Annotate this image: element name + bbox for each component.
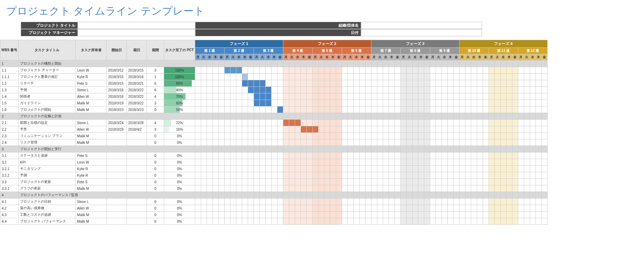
duration-cell[interactable]: 0	[147, 166, 164, 172]
task-cell[interactable]: ステータスと追跡	[19, 152, 76, 159]
owner-cell[interactable]: Allen W	[76, 126, 107, 133]
task-cell[interactable]: リスク管理	[19, 139, 76, 146]
wbs-cell[interactable]: 3.1	[0, 152, 19, 159]
duration-cell[interactable]: 0	[147, 179, 164, 185]
pct-cell[interactable]: 0%	[164, 139, 195, 146]
end-cell[interactable]: 2018/3/22	[127, 87, 147, 93]
duration-cell[interactable]: 0	[147, 107, 164, 113]
pct-cell[interactable]: 0%	[164, 152, 195, 159]
pct-cell[interactable]: 0%	[164, 166, 195, 172]
wbs-cell[interactable]: 2.2	[0, 126, 19, 133]
start-cell[interactable]: 2018/3/23	[107, 107, 127, 113]
wbs-cell[interactable]: 2.1	[0, 120, 19, 126]
start-cell[interactable]: 2018/3/29	[107, 126, 127, 133]
pct-cell[interactable]: 60%	[164, 100, 195, 107]
pct-cell[interactable]: 90%	[164, 80, 195, 87]
task-cell[interactable]: プロジェクト チャーター	[19, 67, 76, 74]
end-cell[interactable]: 2018/4/2	[127, 126, 147, 133]
owner-cell[interactable]: Malik M	[76, 218, 107, 225]
start-cell[interactable]	[107, 212, 127, 218]
end-cell[interactable]: 2018/3/22	[127, 93, 147, 100]
duration-cell[interactable]: 0	[147, 205, 164, 212]
start-cell[interactable]	[107, 139, 127, 146]
owner-cell[interactable]: Allen W	[76, 93, 107, 100]
end-cell[interactable]	[127, 198, 147, 205]
start-cell[interactable]	[107, 133, 127, 139]
start-cell[interactable]	[107, 172, 127, 179]
start-cell[interactable]	[107, 179, 127, 185]
task-cell[interactable]: コミュニケーション プラン	[19, 133, 76, 139]
org-value[interactable]	[361, 22, 482, 29]
pct-cell[interactable]: 0%	[164, 133, 195, 139]
start-cell[interactable]	[107, 205, 127, 212]
wbs-cell[interactable]: 4	[0, 192, 19, 198]
owner-cell[interactable]: Allen W	[76, 205, 107, 212]
pct-cell[interactable]: 50%	[164, 107, 195, 113]
wbs-cell[interactable]: 1.6	[0, 107, 19, 113]
owner-cell[interactable]: Malik M	[76, 139, 107, 146]
owner-cell[interactable]: Leon W	[76, 159, 107, 166]
pct-cell[interactable]: 0%	[164, 198, 195, 205]
task-cell[interactable]: 予測	[19, 87, 76, 93]
end-cell[interactable]	[127, 185, 147, 192]
wbs-cell[interactable]: 4.4	[0, 218, 19, 225]
pct-cell[interactable]: 0%	[164, 172, 195, 179]
end-cell[interactable]: 2018/3/23	[127, 107, 147, 113]
task-cell[interactable]: プロジェクトの更新	[19, 179, 76, 185]
pct-cell[interactable]: 22%	[164, 120, 195, 126]
end-cell[interactable]	[127, 139, 147, 146]
duration-cell[interactable]: 1	[147, 74, 164, 80]
wbs-cell[interactable]: 1.1.1	[0, 74, 19, 80]
wbs-cell[interactable]: 3.2.1	[0, 166, 19, 172]
duration-cell[interactable]: 4	[147, 120, 164, 126]
task-cell[interactable]: グラフの更新	[19, 185, 76, 192]
duration-cell[interactable]: 3	[147, 100, 164, 107]
start-cell[interactable]	[107, 185, 127, 192]
end-cell[interactable]: 2018/3/16	[127, 74, 147, 80]
task-cell[interactable]: 質の高い成果物	[19, 205, 76, 212]
owner-cell[interactable]: Malik M	[76, 100, 107, 107]
start-cell[interactable]	[107, 218, 127, 225]
pct-cell[interactable]: 0%	[164, 218, 195, 225]
task-cell[interactable]: プロジェクト憲章の改訂	[19, 74, 76, 80]
start-cell[interactable]: 2018/3/24	[107, 120, 127, 126]
wbs-cell[interactable]: 1	[0, 61, 19, 67]
end-cell[interactable]: 2018/3/21	[127, 80, 147, 87]
start-cell[interactable]: 2018/3/15	[107, 74, 127, 80]
section-title[interactable]: プロジェクトの開始と実行	[19, 146, 195, 152]
end-cell[interactable]: 2018/3/15	[127, 67, 147, 74]
wbs-cell[interactable]: 1.5	[0, 100, 19, 107]
end-cell[interactable]: 2018/3/28	[127, 120, 147, 126]
duration-cell[interactable]: 6	[147, 87, 164, 93]
section-title[interactable]: プロジェクトの構想と開始	[19, 61, 195, 67]
owner-cell[interactable]: Malik M	[76, 185, 107, 192]
task-cell[interactable]: KPI	[19, 159, 76, 166]
wbs-cell[interactable]: 1.3	[0, 87, 19, 93]
duration-cell[interactable]: 3	[147, 126, 164, 133]
end-cell[interactable]: 2018/3/22	[127, 100, 147, 107]
duration-cell[interactable]: 0	[147, 133, 164, 139]
end-cell[interactable]	[127, 133, 147, 139]
wbs-cell[interactable]: 4.3	[0, 212, 19, 218]
start-cell[interactable]: 2018/3/16	[107, 87, 127, 93]
wbs-cell[interactable]: 2.4	[0, 139, 19, 146]
task-cell[interactable]: 関係者	[19, 93, 76, 100]
owner-cell[interactable]: Steve L	[76, 198, 107, 205]
task-cell[interactable]: 工数とコストの追跡	[19, 212, 76, 218]
wbs-cell[interactable]: 3.3	[0, 179, 19, 185]
owner-cell[interactable]: Kylie R	[76, 166, 107, 172]
start-cell[interactable]	[107, 159, 127, 166]
end-cell[interactable]	[127, 205, 147, 212]
task-cell[interactable]: リサーチ	[19, 80, 76, 87]
wbs-cell[interactable]: 4.2	[0, 205, 19, 212]
start-cell[interactable]: 2018/3/19	[107, 100, 127, 107]
end-cell[interactable]	[127, 152, 147, 159]
wbs-cell[interactable]: 3.2.2	[0, 172, 19, 179]
pct-cell[interactable]: 0%	[164, 205, 195, 212]
duration-cell[interactable]: 0	[147, 185, 164, 192]
wbs-cell[interactable]: 3.3.1	[0, 185, 19, 192]
pct-cell[interactable]: 40%	[164, 87, 195, 93]
pct-cell[interactable]: 16%	[164, 126, 195, 133]
task-cell[interactable]: プロジェクトの開始	[19, 107, 76, 113]
duration-cell[interactable]: 0	[147, 159, 164, 166]
